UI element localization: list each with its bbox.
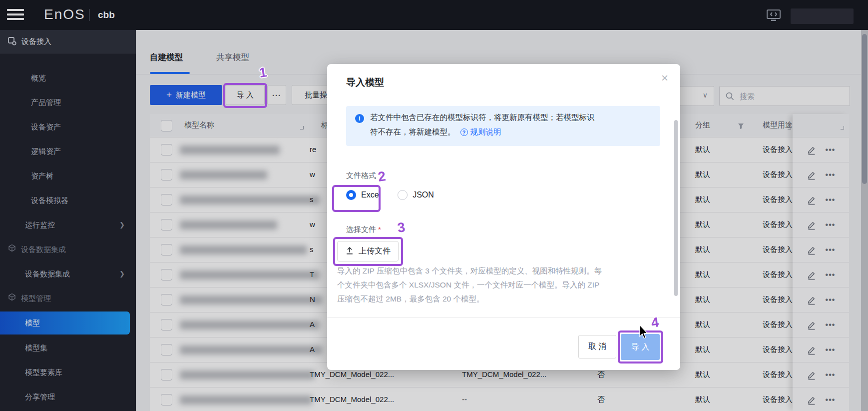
sidebar-section-label: 设备数据集成 — [21, 237, 66, 262]
upload-hint-line: 压缩包不超过 2MB，最多包含 20 个模型。 — [337, 292, 659, 306]
alert-text-line1: 若文件中包含已存在的模型标识符，将更新原有模型；若模型标识 — [370, 112, 595, 123]
sidebar-item-产品管理[interactable]: 产品管理 — [0, 90, 136, 114]
cell-parent-model: -- — [462, 395, 467, 404]
table-action-column: ••••••••••••••••••••••••••••••••• — [793, 114, 849, 411]
sidebar-item-概览[interactable]: 概览 — [0, 66, 136, 90]
cell-model-identifier: w — [310, 170, 315, 178]
row-checkbox[interactable] — [161, 294, 172, 306]
cell-model-identifier: TMY_DCM_Model_022... — [310, 395, 394, 404]
edit-icon[interactable] — [807, 245, 817, 255]
console-monitor-icon[interactable] — [767, 10, 781, 22]
more-actions-icon[interactable]: ••• — [826, 270, 836, 280]
row-checkbox[interactable] — [161, 369, 172, 380]
upload-button-label: 上传文件 — [359, 246, 391, 256]
sidebar-section-模型管理: 模型管理 — [0, 286, 136, 310]
row-checkbox[interactable] — [161, 244, 172, 256]
row-checkbox[interactable] — [161, 169, 172, 180]
edit-icon[interactable] — [807, 395, 817, 405]
dialog-scrollbar-thumb[interactable] — [674, 120, 678, 296]
more-actions-icon[interactable]: ••• — [826, 296, 836, 304]
cell-group: 默认 — [695, 320, 710, 330]
hamburger-menu-icon[interactable] — [7, 9, 25, 21]
sidebar-item-分享管理[interactable]: 分享管理 — [0, 384, 136, 409]
alert-text: 符不存在，将新建模型。 — [370, 127, 455, 138]
search-input[interactable] — [739, 88, 844, 104]
edit-icon[interactable] — [807, 345, 817, 355]
info-icon: i — [355, 114, 364, 123]
more-actions-icon[interactable]: ••• — [826, 146, 836, 154]
more-actions-icon[interactable]: ••• — [826, 246, 836, 254]
page-scrollbar-track[interactable] — [861, 30, 868, 411]
sidebar-item-设备资产[interactable]: 设备资产 — [0, 114, 136, 139]
edit-icon[interactable] — [807, 170, 817, 180]
row-checkbox[interactable] — [161, 394, 172, 406]
sidebar-item-模型[interactable]: 模型 — [0, 312, 130, 334]
column-header-name: 模型名称 — [184, 120, 214, 130]
row-checkbox[interactable] — [161, 269, 172, 280]
column-resize-handle[interactable] — [841, 126, 844, 130]
sidebar-section-label: 模型管理 — [21, 286, 51, 310]
redacted-model-name — [180, 396, 312, 404]
question-circle-icon: ? — [460, 128, 468, 136]
sidebar-item-逻辑资产[interactable]: 逻辑资产 — [0, 139, 136, 164]
more-actions-icon[interactable]: ••• — [826, 320, 836, 330]
page-scrollbar-thumb[interactable] — [862, 34, 867, 184]
upload-file-button[interactable]: 上传文件 — [337, 241, 399, 262]
import-button[interactable]: 导 入 — [226, 85, 265, 105]
more-actions-icon[interactable]: ••• — [826, 170, 836, 180]
radio-json[interactable] — [398, 190, 408, 200]
redacted-model-name — [180, 320, 320, 330]
cancel-button[interactable]: 取 消 — [578, 335, 616, 358]
select-all-checkbox[interactable] — [161, 120, 172, 132]
cell-group: 默认 — [695, 395, 710, 404]
row-checkbox[interactable] — [161, 219, 172, 230]
required-asterisk: * — [378, 225, 381, 234]
cell-group: 默认 — [695, 345, 710, 354]
filter-funnel-icon[interactable] — [738, 122, 744, 131]
more-actions-icon[interactable]: ••• — [826, 396, 836, 404]
action-row: ••• — [793, 188, 849, 212]
sidebar-item-设备数据集成[interactable]: 设备数据集成❯ — [0, 262, 136, 286]
radio-excel-selected[interactable] — [346, 190, 356, 200]
file-format-label-text: 文件格式 — [346, 171, 376, 180]
sidebar-item-资产树[interactable]: 资产树 — [0, 164, 136, 188]
row-checkbox[interactable] — [161, 194, 172, 206]
sidebar-item-设备模拟器[interactable]: 设备模拟器 — [0, 188, 136, 212]
tab-own-models[interactable]: 自建模型 — [150, 52, 183, 63]
edit-icon[interactable] — [807, 145, 817, 155]
info-alert: i 若文件中包含已存在的模型标识符，将更新原有模型；若模型标识 符不存在，将新建… — [346, 106, 660, 146]
edit-icon[interactable] — [807, 195, 817, 205]
more-actions-icon[interactable]: ••• — [826, 220, 836, 230]
more-actions-icon[interactable]: ••• — [826, 196, 836, 204]
edit-icon[interactable] — [807, 220, 817, 230]
edit-icon[interactable] — [807, 270, 817, 280]
tab-shared-models[interactable]: 共享模型 — [216, 52, 249, 63]
cell-system-flag: 否 — [597, 395, 605, 404]
dialog-title: 导入模型 — [346, 76, 384, 89]
row-checkbox[interactable] — [161, 344, 172, 356]
cell-usage: 设备接入 — [763, 170, 794, 180]
action-row: ••• — [793, 362, 849, 388]
more-actions-icon[interactable]: ••• — [826, 370, 836, 380]
sidebar-item-模型集[interactable]: 模型集 — [0, 336, 136, 360]
sidebar-app-device-access[interactable]: 设备接入 — [0, 30, 136, 54]
sidebar-item-模型要素库[interactable]: 模型要素库 — [0, 360, 136, 384]
close-icon[interactable]: × — [661, 72, 668, 84]
more-actions-icon[interactable]: ••• — [826, 346, 836, 354]
user-account-redacted[interactable] — [791, 8, 854, 24]
column-resize-handle[interactable] — [300, 126, 304, 130]
more-actions-button[interactable]: ··· — [267, 85, 286, 105]
row-checkbox[interactable] — [161, 319, 172, 330]
rule-description-link[interactable]: 规则说明 — [470, 127, 501, 138]
cell-group: 默认 — [695, 245, 710, 254]
edit-icon[interactable] — [807, 320, 817, 330]
edit-icon[interactable] — [807, 370, 817, 380]
new-model-label: 新建模型 — [176, 90, 206, 100]
sidebar-menu: 概览产品管理设备资产逻辑资产资产树设备模拟器运行监控❯设备数据集成设备数据集成❯… — [0, 66, 136, 409]
sidebar-item-运行监控[interactable]: 运行监控❯ — [0, 212, 136, 237]
row-checkbox[interactable] — [161, 144, 172, 156]
action-row: ••• — [793, 388, 849, 411]
chevron-down-icon: ∨ — [703, 91, 708, 99]
edit-icon[interactable] — [807, 295, 817, 305]
new-model-button[interactable]: + 新建模型 — [150, 85, 222, 105]
